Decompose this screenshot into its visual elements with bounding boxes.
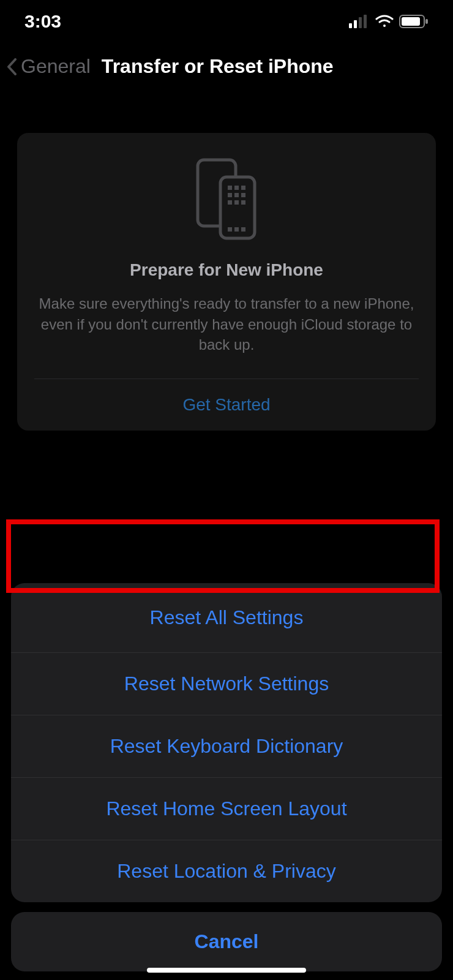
transfer-phones-icon xyxy=(34,155,419,241)
svg-rect-17 xyxy=(241,200,245,205)
reset-home-screen-layout-item[interactable]: Reset Home Screen Layout xyxy=(11,778,442,840)
svg-rect-19 xyxy=(234,227,239,232)
status-bar: 3:03 xyxy=(0,0,453,37)
svg-rect-18 xyxy=(228,227,232,232)
back-button-label[interactable]: General xyxy=(21,55,91,78)
action-sheet: Reset All Settings Reset Network Setting… xyxy=(0,583,453,980)
prepare-title: Prepare for New iPhone xyxy=(34,260,419,280)
action-sheet-group: Reset All Settings Reset Network Setting… xyxy=(11,583,442,902)
cellular-icon xyxy=(349,15,370,28)
svg-rect-2 xyxy=(359,17,362,28)
home-indicator[interactable] xyxy=(147,968,306,973)
svg-rect-13 xyxy=(234,193,239,197)
svg-rect-0 xyxy=(349,23,352,28)
status-time: 3:03 xyxy=(24,11,61,32)
get-started-row[interactable]: Get Started xyxy=(34,379,419,431)
reset-network-settings-item[interactable]: Reset Network Settings xyxy=(11,653,442,715)
svg-rect-6 xyxy=(402,17,420,26)
status-icons xyxy=(349,15,429,28)
get-started-label: Get Started xyxy=(182,395,270,414)
prepare-card: Prepare for New iPhone Make sure everyth… xyxy=(17,133,436,431)
page-title: Transfer or Reset iPhone xyxy=(102,55,334,78)
svg-rect-9 xyxy=(228,186,232,190)
annotation-highlight xyxy=(6,519,440,593)
reset-location-privacy-item[interactable]: Reset Location & Privacy xyxy=(11,840,442,902)
prepare-description: Make sure everything's ready to transfer… xyxy=(34,293,419,355)
battery-icon xyxy=(399,15,429,28)
svg-rect-3 xyxy=(364,15,367,28)
svg-rect-15 xyxy=(228,200,232,205)
svg-rect-10 xyxy=(234,186,239,190)
reset-keyboard-dictionary-item[interactable]: Reset Keyboard Dictionary xyxy=(11,715,442,778)
svg-rect-16 xyxy=(234,200,239,205)
svg-rect-14 xyxy=(241,193,245,197)
svg-rect-1 xyxy=(354,20,357,28)
back-chevron-icon[interactable] xyxy=(6,58,18,76)
cancel-button[interactable]: Cancel xyxy=(11,912,442,971)
nav-bar: General Transfer or Reset iPhone xyxy=(0,37,453,90)
reset-all-settings-item[interactable]: Reset All Settings xyxy=(11,583,442,653)
svg-rect-20 xyxy=(241,227,245,232)
svg-rect-11 xyxy=(241,186,245,190)
svg-rect-12 xyxy=(228,193,232,197)
wifi-icon xyxy=(375,15,394,28)
svg-rect-5 xyxy=(425,19,428,24)
